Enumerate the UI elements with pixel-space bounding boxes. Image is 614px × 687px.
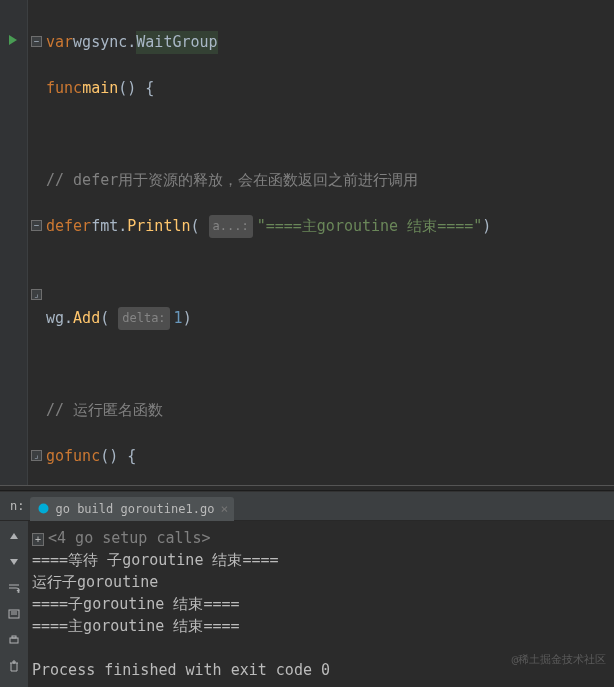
console-toolbar [0,521,28,687]
svg-rect-3 [12,636,16,638]
keyword-defer: defer [46,215,91,238]
str-main-end: "====主goroutine 结束====" [257,215,483,238]
ident-wg: wg [73,31,91,54]
up-arrow-icon[interactable] [3,525,25,547]
down-arrow-icon[interactable] [3,551,25,573]
watermark: @稀土掘金技术社区 [511,649,606,671]
keyword-var: var [46,31,73,54]
num-1: 1 [174,307,183,330]
keyword-go: go [46,445,64,468]
console-output[interactable]: +<4 go setup calls> ====等待 子goroutine 结束… [28,521,614,687]
code-content[interactable]: var wg sync.WaitGroup func main() { // d… [46,0,614,485]
keyword-func: func [46,77,82,100]
type-waitgroup: WaitGroup [136,31,217,54]
hint-delta: delta: [118,307,169,330]
func-println1: Println [127,215,190,238]
ident-sync: sync [91,31,127,54]
wrap-icon[interactable] [3,577,25,599]
fold-marker-main[interactable]: − [31,36,42,47]
fold-marker-anon[interactable]: − [31,220,42,231]
punct-anon-open: () { [100,445,136,468]
go-icon [36,502,50,516]
func-main: main [82,77,118,100]
comment-defer: // defer用于资源的释放，会在函数返回之前进行调用 [46,169,418,192]
close-icon[interactable]: × [220,501,228,516]
fold-column: − − ⌟ ⌟ [28,0,46,485]
console-tab[interactable]: go build goroutine1.go × [30,497,234,521]
trash-icon[interactable] [3,655,25,677]
fold-output-icon[interactable]: + [32,533,44,546]
svg-point-0 [38,504,48,514]
ident-wg1: wg [46,307,64,330]
keyword-func2: func [64,445,100,468]
folded-setup: <4 go setup calls> [48,529,211,547]
run-icon[interactable] [6,33,20,47]
fold-end-main[interactable]: ⌟ [31,450,42,461]
comment-anon: // 运行匿名函数 [46,399,163,422]
punct-main-open: () { [118,77,154,100]
output-line-4: ====子goroutine 结束==== [32,593,610,615]
print-icon[interactable] [3,629,25,651]
scroll-icon[interactable] [3,603,25,625]
hint1: a...: [209,215,253,238]
ident-fmt1: fmt [91,215,118,238]
editor-gutter [0,0,28,485]
svg-rect-2 [10,638,18,643]
fold-end-anon[interactable]: ⌟ [31,289,42,300]
tab-label: go build goroutine1.go [55,502,214,516]
func-add: Add [73,307,100,330]
output-line-5: ====主goroutine 结束==== [32,615,610,637]
output-line-3: 运行子goroutine [32,571,610,593]
header-label: n: [4,499,30,513]
output-line-2: ====等待 子goroutine 结束==== [32,549,610,571]
code-editor[interactable]: − − ⌟ ⌟ var wg sync.WaitGroup func main(… [0,0,614,485]
console-panel: n: go build goroutine1.go × +<4 go setup… [0,491,614,687]
console-header: n: go build goroutine1.go × [0,492,614,521]
